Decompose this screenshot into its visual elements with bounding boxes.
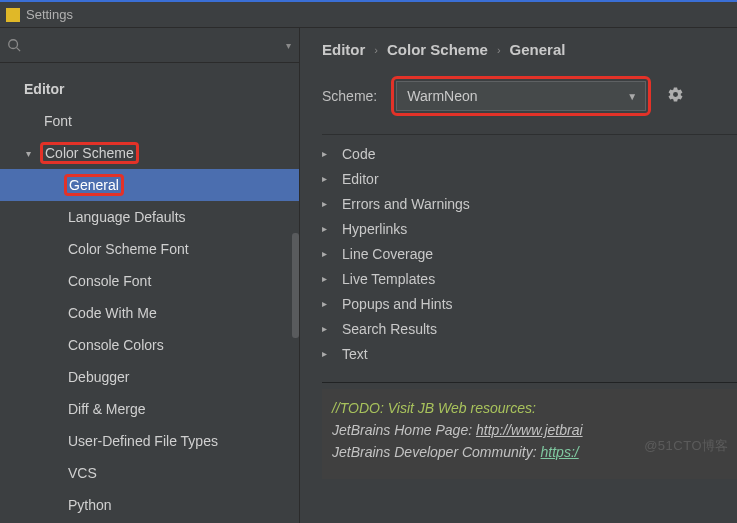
chevron-right-icon: ▸: [322, 173, 332, 184]
category-list: ▸Code ▸Editor ▸Errors and Warnings ▸Hype…: [300, 135, 737, 366]
cat-hyperlinks[interactable]: ▸Hyperlinks: [322, 216, 737, 241]
breadcrumb-item[interactable]: Editor: [322, 41, 365, 58]
tree-item-debugger[interactable]: Debugger: [0, 361, 299, 393]
search-wrap: ▾: [0, 28, 299, 63]
sidebar-scrollbar[interactable]: [292, 233, 299, 338]
scheme-label: Scheme:: [322, 88, 377, 104]
preview-link: https:/: [541, 444, 579, 460]
preview-todo-line: //TODO: Visit JB Web resources:: [332, 397, 727, 419]
tree-item-color-scheme[interactable]: ▾ Color Scheme: [0, 137, 299, 169]
tree-header-editor[interactable]: Editor: [0, 73, 299, 105]
cat-editor[interactable]: ▸Editor: [322, 166, 737, 191]
chevron-down-icon: ▼: [627, 91, 637, 102]
tree-item-font[interactable]: Font: [0, 105, 299, 137]
tree-item-diff-merge[interactable]: Diff & Merge: [0, 393, 299, 425]
sidebar: ▾ Editor Font ▾ Color Scheme General Lan…: [0, 28, 300, 523]
svg-line-1: [17, 48, 21, 52]
scheme-select[interactable]: WarmNeon ▼: [396, 81, 646, 111]
cat-search-results[interactable]: ▸Search Results: [322, 316, 737, 341]
annotation-highlight: General: [64, 174, 124, 196]
cat-code[interactable]: ▸Code: [322, 141, 737, 166]
cat-live-templates[interactable]: ▸Live Templates: [322, 266, 737, 291]
chevron-right-icon: ▸: [322, 323, 332, 334]
chevron-right-icon: ›: [374, 44, 378, 56]
watermark: @51CTO博客: [644, 435, 729, 457]
titlebar: Settings: [0, 0, 737, 28]
svg-point-0: [9, 40, 18, 49]
chevron-right-icon: ▸: [322, 273, 332, 284]
tree-item-console-colors[interactable]: Console Colors: [0, 329, 299, 361]
annotation-highlight: WarmNeon ▼: [391, 76, 651, 116]
cat-text[interactable]: ▸Text: [322, 341, 737, 366]
window-title: Settings: [26, 7, 73, 22]
cat-errors-warnings[interactable]: ▸Errors and Warnings: [322, 191, 737, 216]
tree-item-general[interactable]: General: [0, 169, 299, 201]
search-icon: [6, 37, 22, 53]
cat-popups-hints[interactable]: ▸Popups and Hints: [322, 291, 737, 316]
tree-item-python[interactable]: Python: [0, 489, 299, 521]
chevron-right-icon: ▸: [322, 148, 332, 159]
chevron-right-icon: ▸: [322, 348, 332, 359]
preview-link: http://www.jetbrai: [476, 422, 583, 438]
chevron-right-icon: ▸: [322, 223, 332, 234]
chevron-right-icon: ›: [497, 44, 501, 56]
scheme-value: WarmNeon: [407, 88, 477, 104]
breadcrumb-item[interactable]: Color Scheme: [387, 41, 488, 58]
gear-icon[interactable]: [667, 86, 684, 107]
settings-tree: Editor Font ▾ Color Scheme General Langu…: [0, 63, 299, 521]
chevron-right-icon: ▸: [322, 248, 332, 259]
chevron-down-icon[interactable]: ▾: [286, 40, 291, 51]
tree-item-color-scheme-font[interactable]: Color Scheme Font: [0, 233, 299, 265]
breadcrumb-item: General: [510, 41, 566, 58]
tree-item-language-defaults[interactable]: Language Defaults: [0, 201, 299, 233]
cat-line-coverage[interactable]: ▸Line Coverage: [322, 241, 737, 266]
chevron-down-icon: ▾: [26, 148, 40, 159]
main-panel: Editor › Color Scheme › General Scheme: …: [300, 28, 737, 523]
tree-item-console-font[interactable]: Console Font: [0, 265, 299, 297]
preview-panel: //TODO: Visit JB Web resources: JetBrain…: [322, 389, 737, 479]
app-icon: [6, 8, 20, 22]
chevron-right-icon: ▸: [322, 298, 332, 309]
tree-item-vcs[interactable]: VCS: [0, 457, 299, 489]
tree-item-user-defined-file-types[interactable]: User-Defined File Types: [0, 425, 299, 457]
search-input[interactable]: [24, 35, 286, 55]
chevron-right-icon: ▸: [322, 198, 332, 209]
breadcrumb: Editor › Color Scheme › General: [300, 28, 737, 76]
annotation-highlight: Color Scheme: [40, 142, 139, 164]
divider: [322, 382, 737, 383]
body: ▾ Editor Font ▾ Color Scheme General Lan…: [0, 28, 737, 523]
tree-item-code-with-me[interactable]: Code With Me: [0, 297, 299, 329]
scheme-row: Scheme: WarmNeon ▼: [300, 76, 737, 134]
